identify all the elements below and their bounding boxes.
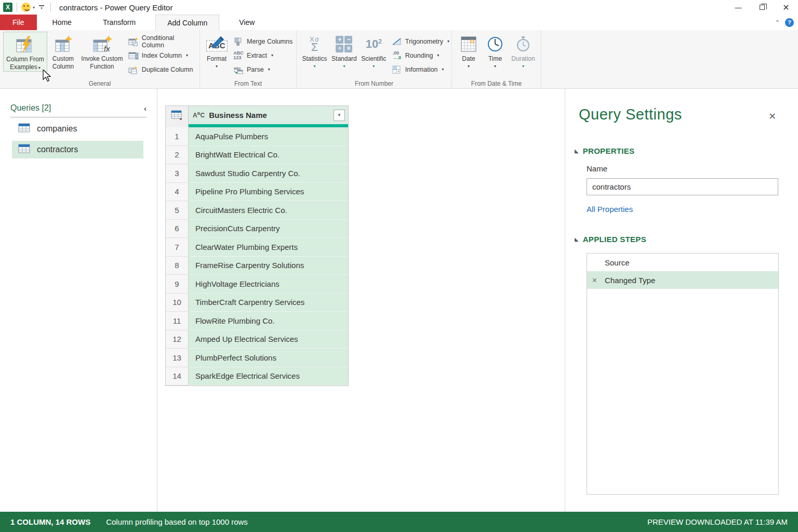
collapse-queries-pane-icon[interactable]: ‹ <box>144 104 147 113</box>
row-number[interactable]: 14 <box>166 367 189 386</box>
custom-column-label: Custom Column <box>47 55 79 71</box>
cell-business-name[interactable]: HighVoltage Electricians <box>189 275 348 294</box>
custom-column-icon <box>54 33 72 55</box>
format-button[interactable]: ABC Format ▾ <box>203 32 230 69</box>
properties-header-label: PROPERTIES <box>583 147 635 155</box>
row-number[interactable]: 3 <box>166 164 189 183</box>
close-button[interactable]: ✕ <box>774 0 798 15</box>
column-name: Business Name <box>209 111 334 119</box>
standard-button[interactable]: +− ÷× Standard ▾ <box>329 32 359 69</box>
column-from-examples-button[interactable]: Column From Examples▾ <box>3 32 47 72</box>
cell-business-name[interactable]: BrightWatt Electrical Co. <box>189 146 348 165</box>
ribbon: Column From Examples▾ Custom Colum <box>0 30 798 89</box>
cell-business-name[interactable]: FrameRise Carpentry Solutions <box>189 257 348 275</box>
row-number[interactable]: 11 <box>166 312 189 330</box>
all-properties-link[interactable]: All Properties <box>587 205 633 214</box>
query-item-companies[interactable]: companies <box>12 120 143 138</box>
applied-steps-section-header[interactable]: ◣ APPLIED STEPS <box>575 235 646 244</box>
row-number[interactable]: 5 <box>166 201 189 220</box>
row-number[interactable]: 8 <box>166 257 189 275</box>
dropdown-arrow-icon: ▾ <box>468 64 470 69</box>
index-column-label: Index Column <box>142 52 182 59</box>
scientific-button[interactable]: 102 Scientific ▾ <box>359 32 389 69</box>
step-changed-type[interactable]: ✕ Changed Type <box>587 271 778 289</box>
row-number[interactable]: 12 <box>166 330 189 349</box>
rounding-icon: .00→.0 <box>392 51 402 60</box>
custom-column-button[interactable]: Custom Column <box>47 32 79 71</box>
table-row: 9HighVoltage Electricians <box>166 275 348 294</box>
row-number[interactable]: 7 <box>166 238 189 257</box>
cell-business-name[interactable]: Sawdust Studio Carpentry Co. <box>189 164 348 183</box>
cell-business-name[interactable]: SparkEdge Electrical Services <box>189 367 348 386</box>
tab-home[interactable]: Home <box>41 15 83 30</box>
ribbon-group-from-number: ΧσΣ Statistics ▾ +− ÷× Standard ▾ 102 <box>297 30 452 88</box>
tab-add-column[interactable]: Add Column <box>155 15 219 30</box>
cell-business-name[interactable]: TimberCraft Carpentry Services <box>189 294 348 312</box>
duplicate-column-button[interactable]: Duplicate Column <box>128 62 197 76</box>
row-number[interactable]: 13 <box>166 349 189 367</box>
tab-transform[interactable]: Transform <box>91 15 147 30</box>
cell-business-name[interactable]: Pipeline Pro Plumbing Services <box>189 183 348 202</box>
cell-business-name[interactable]: AquaPulse Plumbers <box>189 127 348 146</box>
row-number[interactable]: 4 <box>166 183 189 202</box>
minimize-button[interactable]: — <box>726 0 750 15</box>
table-row: 11FlowRite Plumbing Co. <box>166 312 348 330</box>
cell-business-name[interactable]: PlumbPerfect Solutions <box>189 349 348 367</box>
select-all-corner-button[interactable] <box>166 106 189 124</box>
query-name-input[interactable] <box>587 178 778 195</box>
query-item-contractors[interactable]: contractors <box>12 141 143 158</box>
table-row: 7ClearWater Plumbing Experts <box>166 238 348 257</box>
delete-step-icon[interactable]: ✕ <box>592 276 602 284</box>
cell-business-name[interactable]: ClearWater Plumbing Experts <box>189 238 348 257</box>
index-column-button[interactable]: 1 2 Index Column ▾ <box>128 48 197 62</box>
row-number[interactable]: 1 <box>166 127 189 146</box>
quick-access-toolbar-customize-button[interactable]: ▾ <box>39 5 44 9</box>
step-label: Changed Type <box>605 276 655 285</box>
cell-business-name[interactable]: FlowRite Plumbing Co. <box>189 312 348 330</box>
collapse-ribbon-icon[interactable]: ⌃ <box>775 19 780 26</box>
excel-app-icon: X <box>3 3 12 12</box>
date-button[interactable]: Date ▾ <box>455 32 482 69</box>
duration-button[interactable]: Duration ▾ <box>508 32 538 69</box>
smiley-dropdown-icon[interactable]: ▾ <box>33 5 35 10</box>
merge-columns-button[interactable]: Merge Columns <box>233 34 292 48</box>
time-button[interactable]: Time ▾ <box>482 32 508 69</box>
extract-button[interactable]: ABC123 Extract ▾ <box>233 48 292 62</box>
feedback-smiley-icon[interactable] <box>21 3 31 12</box>
tab-file[interactable]: File <box>0 15 37 30</box>
close-panel-icon[interactable]: ✕ <box>768 111 776 122</box>
collapse-triangle-icon: ◣ <box>575 148 579 154</box>
properties-section-header[interactable]: ◣ PROPERTIES <box>575 147 634 155</box>
dropdown-arrow-icon: ▾ <box>343 64 345 69</box>
row-number[interactable]: 9 <box>166 275 189 294</box>
invoke-custom-function-button[interactable]: fx Invoke Custom Function <box>79 32 125 71</box>
rounding-label: Rounding <box>405 52 433 59</box>
information-button[interactable]: + Information ▾ <box>392 62 449 76</box>
statistics-button[interactable]: ΧσΣ Statistics ▾ <box>300 32 329 69</box>
column-header-business-name[interactable]: ABC Business Name ▼ <box>189 106 348 124</box>
index-column-icon: 1 2 <box>128 51 139 60</box>
conditional-column-button[interactable]: Conditional Column <box>128 34 197 48</box>
cell-business-name[interactable]: PrecisionCuts Carpentry <box>189 220 348 238</box>
step-source[interactable]: ✕ Source <box>587 254 778 271</box>
parse-button[interactable]: abc Parse ▾ <box>233 62 292 76</box>
group-label-from-text: From Text <box>200 80 296 87</box>
row-number[interactable]: 10 <box>166 294 189 312</box>
cell-business-name[interactable]: CircuitMasters Electric Co. <box>189 201 348 220</box>
rounding-button[interactable]: .00→.0 Rounding ▾ <box>392 48 449 62</box>
trigonometry-button[interactable]: Trigonometry ▾ <box>392 34 449 48</box>
restore-button[interactable] <box>750 0 774 15</box>
status-profiling-info[interactable]: Column profiling based on top 1000 rows <box>106 517 248 526</box>
cell-business-name[interactable]: Amped Up Electrical Services <box>189 330 348 349</box>
dropdown-arrow-icon: ▾ <box>186 53 188 58</box>
dropdown-arrow-icon: ▾ <box>442 67 444 72</box>
group-label-from-date-time: From Date & Time <box>452 80 541 87</box>
help-icon[interactable]: ? <box>785 18 794 27</box>
table-row: 8FrameRise Carpentry Solutions <box>166 257 348 275</box>
row-number[interactable]: 6 <box>166 220 189 238</box>
column-filter-button[interactable]: ▼ <box>334 110 345 121</box>
row-number[interactable]: 2 <box>166 146 189 165</box>
table-row: 4Pipeline Pro Plumbing Services <box>166 183 348 202</box>
tab-view[interactable]: View <box>228 15 266 30</box>
parse-label: Parse <box>247 66 264 73</box>
